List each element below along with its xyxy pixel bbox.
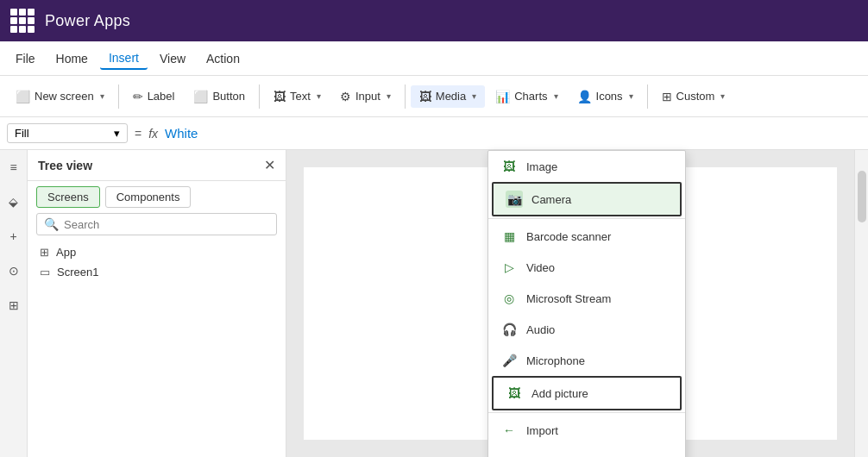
new-screen-icon: ⬜ [16,90,30,103]
dropdown-addpicture[interactable]: 🖼 Add picture [492,376,682,410]
charts-chevron: ▾ [554,91,558,101]
formula-value[interactable]: White [165,126,198,141]
toolbar: ⬜ New screen ▾ ✏ Label ⬜ Button 🖼 Text ▾… [0,76,868,117]
main-area: ≡ ⬙ + ⊙ ⊞ Tree view ✕ Screens Components… [0,150,868,457]
media-button[interactable]: 🖼 Media ▾ [411,85,485,108]
components-icon[interactable]: ⊞ [3,295,24,316]
dropdown-microphone[interactable]: 🎤 Microphone [488,345,685,376]
camera-icon: 📷 [506,191,523,208]
add-icon[interactable]: + [3,226,24,247]
custom-button[interactable]: ⊞ Custom ▾ [653,85,734,108]
label-icon: ✏ [133,90,143,103]
formula-bar: Fill ▾ = fx White [0,117,868,150]
scroll-thumb[interactable] [858,171,866,222]
sep3 [405,85,406,109]
media-icon: 🖼 [419,90,431,103]
image-icon: 🖼 [500,158,518,175]
export-icon: → [500,453,518,457]
text-icon: 🖼 [274,90,286,103]
dropdown-image[interactable]: 🖼 Image [488,151,685,182]
left-sidebar: ≡ ⬙ + ⊙ ⊞ [0,150,28,457]
media-chevron: ▾ [472,91,476,101]
divider2 [488,412,685,413]
menu-bar: File Home Insert View Action [0,41,868,76]
divider1 [488,218,685,219]
new-screen-button[interactable]: ⬜ New screen ▾ [7,85,113,108]
icons-icon: 👤 [577,90,592,103]
formula-equals: = [135,127,142,141]
audio-icon: 🎧 [500,321,518,338]
microphone-icon: 🎤 [500,352,518,369]
text-button[interactable]: 🖼 Text ▾ [265,85,330,108]
layers-icon[interactable]: ⬙ [3,191,24,212]
search-input[interactable] [64,218,269,231]
media-dropdown: 🖼 Image 📷 Camera ▦ Barcode scanner ▷ Vid… [487,150,686,457]
input-icon: ⚙ [340,90,351,103]
hamburger-icon[interactable]: ≡ [3,157,24,178]
menu-view[interactable]: View [151,48,194,69]
input-chevron: ▾ [387,91,391,101]
app-title: Power Apps [45,12,130,30]
custom-icon: ⊞ [662,90,672,103]
button-icon: ⬜ [193,90,208,103]
waffle-icon[interactable] [10,9,35,33]
dropdown-export[interactable]: → Export [488,446,685,457]
video-icon: ▷ [500,259,518,276]
screen-icon: ▭ [40,266,50,279]
addpicture-icon: 🖼 [506,385,523,402]
dropdown-stream[interactable]: ◎ Microsoft Stream [488,283,685,314]
dropdown-import[interactable]: ← Import [488,415,685,446]
text-chevron: ▾ [317,91,321,101]
barcode-icon: ▦ [500,228,518,245]
tab-screens[interactable]: Screens [36,186,100,208]
title-bar: Power Apps [0,0,868,41]
sep1 [118,85,119,109]
menu-insert[interactable]: Insert [100,47,148,70]
stream-icon: ◎ [500,290,518,307]
app-icon: ⊞ [40,246,49,259]
tree-panel: Tree view ✕ Screens Components 🔍 ⊞ App ▭… [28,150,286,457]
dropdown-barcode[interactable]: ▦ Barcode scanner [488,221,685,252]
dropdown-video[interactable]: ▷ Video [488,252,685,283]
sep2 [259,85,260,109]
tree-search-box: 🔍 [36,213,277,235]
icons-button[interactable]: 👤 Icons ▾ [569,85,642,108]
selector-chevron: ▾ [114,127,120,140]
custom-chevron: ▾ [720,91,725,101]
tree-close-button[interactable]: ✕ [264,157,275,173]
dropdown-audio[interactable]: 🎧 Audio [488,314,685,345]
tree-item-screen1[interactable]: ▭ Screen1 [28,262,286,282]
menu-file[interactable]: File [7,48,44,69]
charts-button[interactable]: 📊 Charts ▾ [487,85,566,108]
data-icon[interactable]: ⊙ [3,260,24,281]
formula-fx: fx [148,127,158,141]
label-button[interactable]: ✏ Label [124,85,184,108]
right-scrollbar[interactable] [854,150,868,457]
icons-chevron: ▾ [629,91,633,101]
dropdown-camera[interactable]: 📷 Camera [492,182,682,216]
tree-header: Tree view ✕ [28,150,286,181]
charts-icon: 📊 [495,90,510,103]
menu-action[interactable]: Action [198,48,248,69]
tree-tabs: Screens Components [28,181,286,213]
search-icon: 🔍 [44,217,59,231]
import-icon: ← [500,422,518,439]
input-button[interactable]: ⚙ Input ▾ [331,85,399,108]
button-button[interactable]: ⬜ Button [185,85,254,108]
menu-home[interactable]: Home [47,48,97,69]
tree-title: Tree view [38,159,92,172]
tree-item-app[interactable]: ⊞ App [28,242,286,262]
new-screen-chevron: ▾ [100,91,104,101]
tab-components[interactable]: Components [105,186,192,208]
formula-selector[interactable]: Fill ▾ [7,123,128,143]
sep4 [647,85,648,109]
